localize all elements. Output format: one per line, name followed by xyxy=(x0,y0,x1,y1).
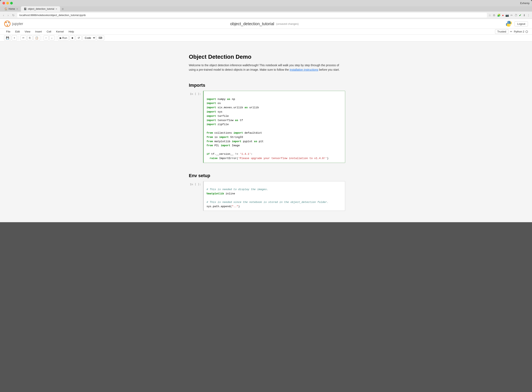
unsaved-indicator: (unsaved changes) xyxy=(276,22,299,25)
scissors-icon: ✂ xyxy=(22,36,25,39)
menu-cell[interactable]: Cell xyxy=(45,29,53,34)
svg-point-2 xyxy=(8,22,9,23)
toolbar-separator-3 xyxy=(56,36,56,40)
notebook-name[interactable]: object_detection_tutorial xyxy=(230,22,274,26)
user-name: Evheniy xyxy=(520,2,530,5)
keyboard-icon: ⌨ xyxy=(98,36,102,39)
move-up-button[interactable]: ↑ xyxy=(44,35,49,40)
timer-icon[interactable]: ⏱ xyxy=(514,14,517,17)
cut-button[interactable]: ✂ xyxy=(20,35,26,40)
jupyter-container: jupyter object_detection_tutorial (unsav… xyxy=(0,19,532,222)
arrow-down-icon: ↓ xyxy=(51,36,53,39)
tab-home-close[interactable]: ✕ xyxy=(16,8,18,10)
tab-notebook[interactable]: 📓 object_detection_tutorial ✕ xyxy=(21,6,60,12)
stop-icon: ■ xyxy=(71,36,73,39)
paste-button[interactable]: 📋 xyxy=(33,35,40,40)
menu-edit[interactable]: Edit xyxy=(13,29,22,34)
add-cell-button[interactable]: + xyxy=(12,35,17,40)
settings-icon[interactable]: ⚙ xyxy=(493,14,495,17)
tab-notebook-label: object_detection_tutorial xyxy=(28,8,54,10)
keyboard-button[interactable]: ⌨ xyxy=(97,35,104,40)
jupyter-toolbar: 💾 + ✂ ⎘ 📋 ↑ ↓ ▶ xyxy=(0,35,532,42)
menu-view[interactable]: View xyxy=(23,29,32,34)
edit-pencil-icon[interactable]: ✏ xyxy=(510,30,512,33)
env-heading-cell: Env setup xyxy=(187,166,345,181)
download-icon[interactable]: ⬇ xyxy=(523,14,526,17)
toolbar-separator-1 xyxy=(19,36,19,40)
notebook-title: Object Detection Demo xyxy=(189,54,343,60)
cell-2-prompt: In [ ]: xyxy=(187,181,203,211)
new-tab-icon: ⊕ xyxy=(62,8,64,10)
code-cell-1: In [ ]: import numpy as np import os imp… xyxy=(187,91,345,163)
tab-home[interactable]: 🏠 Home ✕ xyxy=(2,6,21,12)
notebook-area: Object Detection Demo Welcome to the obj… xyxy=(0,42,532,222)
menu-insert[interactable]: Insert xyxy=(33,29,44,34)
trusted-button[interactable]: Trusted xyxy=(495,29,509,34)
tab-bar: 🏠 Home ✕ 📓 object_detection_tutorial ✕ ⊕ xyxy=(0,6,532,12)
menu-icon[interactable]: ⋮ xyxy=(527,14,530,17)
copy-icon: ⎘ xyxy=(29,36,31,39)
jupyter-wordmark: jupyter xyxy=(12,22,23,26)
stop-button[interactable]: ■ xyxy=(70,35,75,40)
cell-2-input[interactable]: # This is needed to display the images. … xyxy=(203,181,345,211)
maximize-button[interactable] xyxy=(10,2,13,5)
jupyter-menu: File Edit View Insert Cell Kernel Help T… xyxy=(0,29,532,35)
intro-text-cell: Object Detection Demo Welcome to the obj… xyxy=(187,50,345,78)
save-icon: 💾 xyxy=(6,36,9,39)
notebook-title-area: object_detection_tutorial (unsaved chang… xyxy=(230,22,298,26)
edit-icon[interactable]: ✏ xyxy=(510,14,513,17)
forward-button[interactable]: › xyxy=(7,13,10,17)
save-button[interactable]: 💾 xyxy=(4,35,11,40)
imports-heading: Imports xyxy=(189,83,343,88)
minimize-button[interactable] xyxy=(6,2,9,5)
svg-point-4 xyxy=(508,22,509,22)
plus-icon: + xyxy=(14,36,15,39)
paste-icon: 📋 xyxy=(35,36,38,39)
cell-1-input[interactable]: import numpy as np import os import six.… xyxy=(203,91,345,163)
kernel-info: Python 2 xyxy=(514,30,528,33)
move-down-button[interactable]: ↓ xyxy=(49,35,54,40)
cell-1-prompt: In [ ]: xyxy=(187,91,203,163)
notebook-content: Object Detection Demo Welcome to the obj… xyxy=(175,46,357,218)
reload-button[interactable]: ↻ xyxy=(11,13,16,17)
star-icon[interactable]: ☆ xyxy=(489,14,491,17)
title-bar: Evheniy xyxy=(0,0,532,6)
opera-icon[interactable]: ● xyxy=(502,14,504,17)
run-icon: ▶ xyxy=(60,36,62,39)
close-button[interactable] xyxy=(2,2,5,5)
address-input[interactable] xyxy=(17,13,487,18)
tab-home-label: Home xyxy=(9,8,15,10)
home-icon: 🏠 xyxy=(5,8,7,10)
svg-point-3 xyxy=(7,25,8,26)
svg-point-5 xyxy=(509,25,510,26)
screenshot-icon[interactable]: 📷 xyxy=(505,14,509,17)
installation-link[interactable]: installation instructions xyxy=(290,68,318,71)
kernel-name: Python 2 xyxy=(514,30,524,33)
restart-icon: ↺ xyxy=(78,36,80,39)
extensions-icon[interactable]: 🧩 xyxy=(497,14,500,17)
menu-file[interactable]: File xyxy=(4,29,12,34)
tab-new[interactable]: ⊕ xyxy=(60,6,65,12)
copy-button[interactable]: ⎘ xyxy=(27,35,32,40)
menu-help[interactable]: Help xyxy=(67,29,76,34)
header-right: Logout xyxy=(506,20,528,27)
menu-right: Trusted ✏ Python 2 xyxy=(495,29,528,34)
run-label: Run xyxy=(62,36,67,39)
check-icon[interactable]: ✔ xyxy=(519,14,521,17)
traffic-lights xyxy=(2,2,13,5)
toolbar-separator-2 xyxy=(42,36,42,40)
run-button[interactable]: ▶ Run xyxy=(58,35,69,40)
restart-button[interactable]: ↺ xyxy=(76,35,82,40)
address-bar: ‹ › ↻ ☆ ⚙ 🧩 ● 📷 ✏ ⏱ ✔ ⬇ ⋮ xyxy=(0,12,532,19)
back-button[interactable]: ‹ xyxy=(2,13,5,17)
browser-toolbar-icons: ☆ ⚙ 🧩 ● 📷 ✏ ⏱ ✔ ⬇ ⋮ xyxy=(489,14,530,17)
code-cell-2: In [ ]: # This is needed to display the … xyxy=(187,181,345,211)
cell-type-select[interactable]: Code xyxy=(83,35,96,40)
intro-end: before you start. xyxy=(318,68,339,71)
menu-kernel[interactable]: Kernel xyxy=(54,29,66,34)
tab-notebook-close[interactable]: ✕ xyxy=(56,8,57,10)
imports-heading-cell: Imports xyxy=(187,78,345,91)
logout-button[interactable]: Logout xyxy=(514,21,528,26)
env-heading: Env setup xyxy=(189,173,343,178)
arrow-up-icon: ↑ xyxy=(46,36,47,39)
